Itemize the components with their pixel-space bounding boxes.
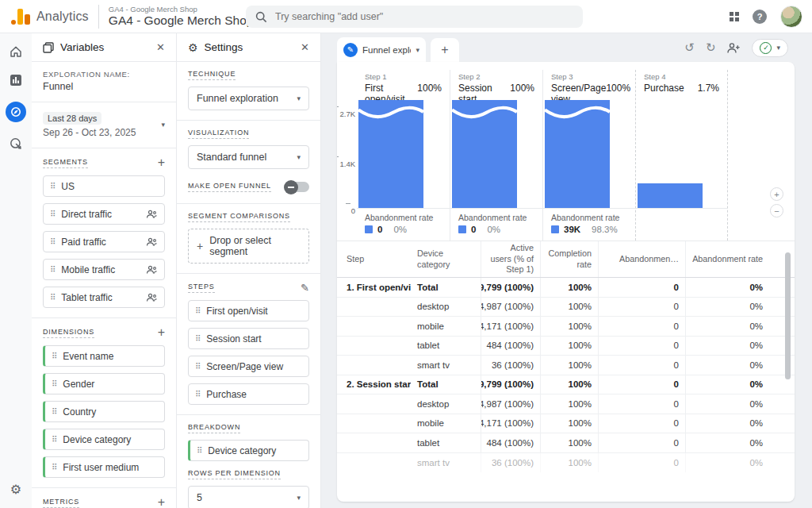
funnel-bar[interactable] — [545, 100, 610, 208]
step-chip[interactable]: ⠿First open/visit — [188, 300, 309, 321]
share-users-icon[interactable] — [726, 42, 741, 54]
step-chip[interactable]: ⠿Session start — [188, 328, 309, 349]
admin-gear-icon[interactable]: ⚙ — [0, 482, 32, 497]
funnel-step-column-selected: Step 4 Purchase1.7% — [635, 70, 728, 241]
table-row[interactable]: smart tv 36 (100%) 100% 0 0% — [337, 356, 795, 375]
technique-dropdown[interactable]: Funnel exploration ▾ — [188, 87, 309, 110]
add-dimension-icon[interactable]: + — [158, 326, 165, 339]
apps-grid-icon[interactable] — [730, 12, 739, 21]
table-row[interactable]: smart tv 36 (100%) 100% 0 0% — [337, 453, 795, 473]
drag-handle-icon[interactable]: ⠿ — [52, 352, 56, 360]
zoom-out-icon[interactable]: − — [770, 204, 783, 217]
date-preset-chip[interactable]: Last 28 days — [43, 112, 102, 125]
visualization-dropdown[interactable]: Standard funnel ▾ — [188, 145, 309, 169]
segment-drop-zone[interactable]: + Drop or select segment — [188, 229, 309, 264]
drag-handle-icon[interactable]: ⠿ — [52, 463, 56, 471]
drag-handle-icon[interactable]: ⠿ — [195, 334, 200, 343]
dimension-chip[interactable]: ⠿Country — [43, 401, 165, 422]
zoom-in-icon[interactable]: + — [770, 187, 783, 201]
col-header-device[interactable]: Device category — [411, 248, 481, 270]
table-row[interactable]: mobile 14,171 (100%) 100% 0 0% — [337, 414, 795, 434]
y-axis: 2.7K 1.4K 0 — [337, 70, 357, 241]
segment-chip[interactable]: ⠿ Direct traffic — [43, 203, 165, 225]
analytics-logo-icon[interactable] — [11, 9, 30, 25]
tab-bar: ✎ Funnel explor... ▾ + ↺ ↻ ✓ ▾ — [321, 33, 812, 62]
drag-handle-icon[interactable]: ⠿ — [50, 293, 55, 302]
drag-handle-icon[interactable]: ⠿ — [195, 362, 200, 371]
table-row[interactable]: 2. Session start Total 39,799 (100%) 100… — [337, 375, 795, 395]
drag-handle-icon[interactable]: ⠿ — [52, 407, 56, 416]
step-completion: 1.7% — [698, 83, 719, 94]
edit-steps-icon[interactable]: ✎ — [301, 282, 309, 294]
funnel-bar[interactable] — [452, 100, 517, 208]
drag-handle-icon[interactable]: ⠿ — [50, 182, 55, 190]
plus-icon: + — [197, 241, 203, 252]
reports-icon[interactable] — [9, 73, 23, 87]
drag-handle-icon[interactable]: ⠿ — [195, 390, 200, 398]
advertising-icon[interactable] — [9, 137, 23, 151]
table-row[interactable]: desktop 24,987 (100%) 100% 0 0% — [337, 298, 795, 318]
tab-caret-icon[interactable]: ▾ — [416, 46, 419, 54]
breakdown-chip[interactable]: ⠿Device category — [188, 440, 309, 461]
dimension-chip[interactable]: ⠿Event name — [43, 345, 165, 367]
make-open-funnel-toggle[interactable] — [285, 182, 309, 192]
search-bar[interactable] — [246, 6, 583, 28]
undo-icon[interactable]: ↺ — [684, 40, 695, 55]
drag-handle-icon[interactable]: ⠿ — [197, 446, 201, 455]
drag-handle-icon[interactable]: ⠿ — [52, 379, 56, 388]
segment-chip[interactable]: ⠿ US — [43, 175, 165, 197]
variables-close-icon[interactable]: ✕ — [156, 41, 165, 53]
help-icon[interactable]: ? — [753, 10, 767, 24]
funnel-bar[interactable] — [358, 100, 423, 208]
table-scrollbar[interactable] — [785, 252, 791, 379]
col-header-completion-rate[interactable]: Completion rate — [540, 241, 598, 277]
step-chip[interactable]: ⠿Purchase — [188, 383, 309, 405]
drag-handle-icon[interactable]: ⠿ — [50, 210, 55, 218]
add-segment-icon[interactable]: + — [158, 156, 165, 169]
explore-icon-active[interactable] — [6, 102, 26, 122]
drag-handle-icon[interactable]: ⠿ — [52, 435, 56, 444]
segment-chip[interactable]: ⠿ Mobile traffic — [43, 259, 165, 280]
col-header-abandonment-rate[interactable]: Abandonment rate — [685, 241, 774, 277]
segments-section: SEGMENTS + ⠿ US ⠿ Direct traffic ⠿ Paid … — [32, 148, 176, 318]
drag-handle-icon[interactable]: ⠿ — [50, 265, 55, 274]
add-metric-icon[interactable]: + — [158, 496, 165, 508]
abandonment-label: Abandonment rate — [551, 213, 627, 222]
tab-funnel-exploration[interactable]: ✎ Funnel explor... ▾ — [337, 37, 426, 62]
redo-icon[interactable]: ↻ — [706, 40, 716, 55]
search-input[interactable] — [275, 11, 573, 22]
saved-check-icon: ✓ — [760, 42, 772, 54]
status-pill[interactable]: ✓ ▾ — [752, 39, 788, 57]
segment-chip[interactable]: ⠿ Tablet traffic — [43, 287, 165, 308]
table-row[interactable]: mobile 14,171 (100%) 100% 0 0% — [337, 317, 795, 337]
y-tick: 1.4K — [339, 160, 355, 168]
date-range-section[interactable]: Last 28 days Sep 26 - Oct 23, 2025 ▾ — [32, 102, 176, 148]
dimension-chip[interactable]: ⠿First user medium — [43, 456, 165, 478]
segment-chip[interactable]: ⠿ Paid traffic — [43, 231, 165, 252]
nav-rail: ⚙ — [0, 33, 32, 508]
exploration-name-value[interactable]: Funnel — [43, 81, 165, 92]
avatar[interactable] — [780, 6, 802, 28]
dimension-chip[interactable]: ⠿Gender — [43, 373, 165, 394]
property-switcher[interactable]: GA4 - Google Merch Shop GA4 - Google Mer… — [109, 6, 254, 27]
drag-handle-icon[interactable]: ⠿ — [50, 237, 55, 246]
step-chip[interactable]: ⠿Screen/Page view — [188, 356, 309, 377]
search-icon — [255, 11, 267, 23]
table-row[interactable]: 1. First open/visit Total 39,799 (100%) … — [337, 278, 795, 298]
table-row[interactable]: tablet 484 (100%) 100% 0 0% — [337, 337, 795, 356]
dimension-chip[interactable]: ⠿Device category — [43, 429, 165, 450]
add-tab-button[interactable]: + — [431, 38, 459, 62]
date-caret-icon[interactable]: ▾ — [161, 121, 165, 129]
home-icon[interactable] — [9, 44, 23, 59]
funnel-bar[interactable] — [638, 183, 703, 208]
table-row[interactable]: desktop 24,987 (100%) 100% 0 0% — [337, 394, 795, 414]
settings-close-icon[interactable]: ✕ — [301, 41, 309, 53]
col-header-active-users[interactable]: Active users (% of Step 1) — [481, 241, 540, 277]
drag-handle-icon[interactable]: ⠿ — [195, 306, 200, 315]
header-actions: ? — [730, 0, 802, 33]
workspace-canvas: ✎ Funnel explor... ▾ + ↺ ↻ ✓ ▾ 2.7K 1.4 — [321, 33, 812, 508]
table-row[interactable]: tablet 484 (100%) 100% 0 0% — [337, 433, 795, 453]
rows-per-dimension-dropdown[interactable]: 5 ▾ — [188, 486, 309, 508]
col-header-step[interactable]: Step — [337, 254, 411, 264]
col-header-abandonments[interactable]: Abandonmen… — [598, 241, 685, 277]
